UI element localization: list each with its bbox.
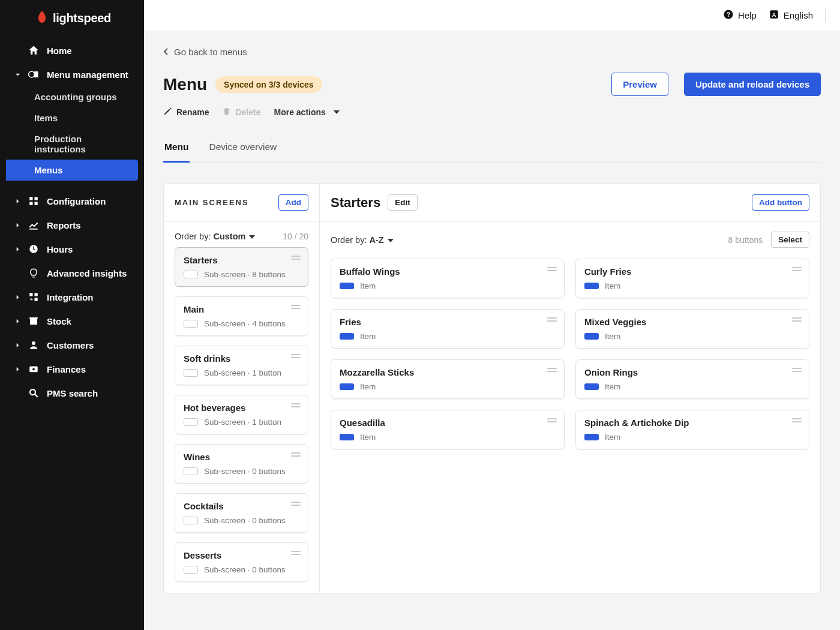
tab-menu[interactable]: Menu (163, 133, 190, 163)
screen-title: Main (184, 304, 299, 314)
item-card[interactable]: QuesadillaItem (331, 410, 565, 449)
drag-handle-icon[interactable] (547, 317, 557, 323)
drag-handle-icon[interactable] (291, 304, 301, 310)
sidebar-subitem-accounting-groups[interactable]: Accounting groups (0, 86, 144, 107)
select-button[interactable]: Select (771, 232, 809, 248)
user-icon (28, 339, 40, 351)
screen-card[interactable]: WinesSub-screen · 0 buttons (175, 444, 308, 484)
drag-handle-icon[interactable] (792, 266, 802, 272)
sidebar-subitem-menus[interactable]: Menus (6, 160, 138, 181)
orderby-dropdown[interactable]: Custom (213, 232, 255, 241)
svg-point-0 (29, 71, 35, 77)
sidebar-item-stock[interactable]: Stock (0, 309, 144, 333)
svg-rect-49 (792, 421, 802, 422)
color-chip (584, 383, 599, 390)
main-screens-panel: Main screens Add Order by: Custom 10 / 2… (164, 184, 320, 593)
drag-handle-icon[interactable] (792, 317, 802, 323)
svg-rect-20 (291, 256, 301, 257)
screen-sub: Sub-screen · 1 button (184, 418, 299, 427)
screen-card[interactable]: Soft drinksSub-screen · 1 button (175, 346, 308, 385)
item-title: Onion Rings (584, 367, 800, 377)
sidebar-item-configuration[interactable]: Configuration (0, 189, 144, 213)
screen-title: Hot beverages (184, 403, 299, 413)
drag-handle-icon[interactable] (291, 403, 301, 409)
drag-handle-icon[interactable] (547, 266, 557, 272)
add-button-button[interactable]: Add button (752, 194, 809, 211)
drag-handle-icon[interactable] (291, 255, 301, 261)
rename-action[interactable]: Rename (163, 107, 209, 118)
drag-handle-icon[interactable] (291, 550, 301, 556)
color-chip (184, 320, 198, 328)
sidebar-item-home[interactable]: Home (0, 38, 144, 62)
drag-handle-icon[interactable] (547, 418, 557, 424)
svg-rect-33 (291, 554, 301, 555)
sidebar-item-pms-search[interactable]: PMS search (0, 381, 144, 405)
screen-sub: Sub-screen · 0 buttons (184, 516, 299, 525)
drag-handle-icon[interactable] (291, 353, 301, 359)
drag-handle-icon[interactable] (291, 452, 301, 458)
update-reload-button[interactable]: Update and reload devices (684, 73, 821, 96)
brand-logo: lightspeed (0, 0, 144, 38)
svg-point-15 (30, 389, 35, 395)
item-sub: Item (340, 332, 556, 341)
page-header: Menu Synced on 3/3 devices Preview Updat… (163, 73, 821, 96)
sidebar-item-customers[interactable]: Customers (0, 333, 144, 357)
more-actions-dropdown[interactable]: More actions (274, 107, 340, 117)
help-icon: ? (723, 9, 734, 22)
chevron-left-icon (163, 47, 169, 57)
sidebar-item-integration[interactable]: Integration (0, 285, 144, 309)
language-button[interactable]: A English (769, 9, 813, 22)
drag-handle-icon[interactable] (291, 501, 301, 507)
item-card[interactable]: FriesItem (331, 309, 565, 349)
screen-sub: Sub-screen · 0 buttons (184, 467, 299, 476)
item-title: Spinach & Artichoke Dip (584, 418, 800, 428)
screen-title: Soft drinks (184, 353, 299, 364)
drag-handle-icon[interactable] (792, 367, 802, 373)
sidebar-subitem-production-instructions[interactable]: Production instructions (0, 128, 144, 160)
screen-card[interactable]: Hot beveragesSub-screen · 1 button (175, 395, 308, 434)
item-sub: Item (340, 382, 556, 391)
sidebar-item-advanced-insights[interactable]: Advanced insights (0, 261, 144, 285)
trash-icon (222, 107, 231, 118)
svg-rect-45 (792, 371, 802, 372)
label: Integration (47, 292, 94, 302)
item-card[interactable]: Curly FriesItem (575, 259, 809, 298)
sidebar-item-menu-management[interactable]: Menu management (0, 62, 144, 86)
item-title: Fries (340, 317, 556, 327)
sidebar-item-reports[interactable]: Reports (0, 213, 144, 237)
svg-rect-38 (547, 317, 557, 319)
label: Configuration (47, 196, 106, 206)
screen-card[interactable]: StartersSub-screen · 8 buttons (175, 247, 308, 287)
preview-button[interactable]: Preview (611, 73, 668, 96)
svg-rect-28 (291, 452, 301, 454)
orderby-dropdown[interactable]: A-Z (369, 235, 393, 245)
item-card[interactable]: Spinach & Artichoke DipItem (575, 410, 809, 449)
drag-handle-icon[interactable] (792, 418, 802, 424)
sidebar-item-finances[interactable]: Finances (0, 357, 144, 381)
caret-right-icon (14, 319, 20, 324)
back-link[interactable]: Go back to menus (163, 31, 247, 73)
tab-device-overview[interactable]: Device overview (208, 133, 278, 162)
item-card[interactable]: Mozzarella SticksItem (331, 359, 565, 399)
orderby-label: Order by: (175, 232, 213, 241)
sidebar-item-hours[interactable]: Hours (0, 237, 144, 261)
item-card[interactable]: Onion RingsItem (575, 359, 809, 399)
add-screen-button[interactable]: Add (278, 194, 308, 211)
screen-card[interactable]: CocktailsSub-screen · 0 buttons (175, 493, 308, 533)
caret-down-icon (14, 72, 20, 77)
item-card[interactable]: Buffalo WingsItem (331, 259, 565, 298)
item-card[interactable]: Mixed VeggiesItem (575, 309, 809, 349)
color-chip (184, 271, 198, 278)
item-title: Quesadilla (340, 418, 556, 428)
orderby-label: Order by: (331, 235, 369, 245)
screen-card[interactable]: DessertsSub-screen · 0 buttons (175, 542, 308, 582)
screen-card[interactable]: MainSub-screen · 4 buttons (175, 296, 308, 336)
svg-rect-31 (291, 505, 301, 506)
drag-handle-icon[interactable] (547, 367, 557, 373)
edit-screen-button[interactable]: Edit (388, 194, 418, 211)
screen-count: 10 / 20 (283, 232, 308, 241)
sidebar-subitem-items[interactable]: Items (0, 107, 144, 128)
topbar: ? Help A English (144, 0, 840, 31)
help-button[interactable]: ? Help (723, 9, 757, 22)
panel-head: Main screens Add (164, 184, 319, 222)
